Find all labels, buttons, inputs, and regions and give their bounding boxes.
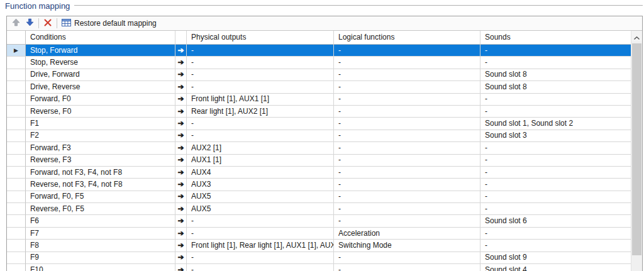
table-row[interactable]: Forward, not F3, F4, not F8 ➔ AUX4 - -	[7, 167, 631, 179]
table-row[interactable]: Forward, F3 ➔ AUX2 [1] - -	[7, 142, 631, 154]
sounds-cell[interactable]: Sound slot 4	[480, 264, 631, 271]
sounds-cell[interactable]: -	[480, 106, 631, 118]
conditions-cell[interactable]: F8	[26, 240, 175, 252]
table-row[interactable]: Reverse, F0, F5 ➔ AUX5 - -	[7, 203, 631, 215]
logical-functions-cell[interactable]: -	[334, 264, 480, 271]
physical-outputs-cell[interactable]: -	[187, 81, 334, 93]
physical-outputs-cell[interactable]: Rear light [1], AUX2 [1]	[187, 106, 334, 118]
logical-functions-cell[interactable]: -	[334, 167, 480, 179]
conditions-cell[interactable]: Stop, Reverse	[26, 57, 175, 69]
logical-functions-cell[interactable]: -	[334, 155, 480, 167]
table-row[interactable]: Forward, F0, F5 ➔ AUX5 - -	[7, 191, 631, 203]
table-row[interactable]: F8 ➔ Front light [1], Rear light [1], AU…	[7, 240, 631, 252]
conditions-cell[interactable]: Forward, F0, F5	[26, 191, 175, 203]
physical-outputs-cell[interactable]: AUX2 [1]	[187, 142, 334, 154]
row-selector-cell[interactable]	[7, 81, 26, 93]
physical-outputs-cell[interactable]: AUX1 [1]	[187, 155, 334, 167]
physical-outputs-cell[interactable]: -	[187, 45, 334, 57]
physical-outputs-cell[interactable]: -	[187, 118, 334, 130]
row-selector-cell[interactable]	[7, 215, 26, 227]
row-selector-cell[interactable]	[7, 106, 26, 118]
conditions-cell[interactable]: Forward, F0	[26, 94, 175, 106]
logical-functions-cell[interactable]: -	[334, 57, 480, 69]
physical-outputs-cell[interactable]: -	[187, 228, 334, 240]
conditions-cell[interactable]: F7	[26, 228, 175, 240]
logical-functions-cell[interactable]: -	[334, 106, 480, 118]
delete-button[interactable]	[41, 17, 55, 30]
sounds-cell[interactable]: -	[480, 57, 631, 69]
conditions-cell[interactable]: F6	[26, 215, 175, 227]
table-row[interactable]: Drive, Forward ➔ - - Sound slot 8	[7, 69, 631, 81]
row-selector-cell[interactable]	[7, 264, 26, 271]
row-selector-cell[interactable]	[7, 167, 26, 179]
logical-functions-cell[interactable]: -	[334, 118, 480, 130]
physical-outputs-cell[interactable]: -	[187, 57, 334, 69]
header-logical-functions[interactable]: Logical functions	[334, 31, 480, 45]
scrollbar-thumb[interactable]	[632, 43, 641, 255]
row-selector-cell[interactable]	[7, 240, 26, 252]
conditions-cell[interactable]: F9	[26, 252, 175, 264]
row-selector-cell[interactable]	[7, 252, 26, 264]
physical-outputs-cell[interactable]: -	[187, 215, 334, 227]
move-down-button[interactable]	[23, 17, 36, 30]
sounds-cell[interactable]: Sound slot 8	[480, 81, 631, 93]
table-row[interactable]: F7 ➔ - Acceleration -	[7, 228, 631, 240]
move-up-button[interactable]	[9, 17, 23, 30]
table-row[interactable]: F1 ➔ - - Sound slot 1, Sound slot 2	[7, 118, 631, 130]
sounds-cell[interactable]: -	[480, 228, 631, 240]
header-sounds[interactable]: Sounds	[480, 31, 631, 45]
table-row[interactable]: F6 ➔ - - Sound slot 6	[7, 215, 631, 227]
row-selector-cell[interactable]	[7, 179, 26, 191]
physical-outputs-cell[interactable]: Front light [1], AUX1 [1]	[187, 94, 334, 106]
sounds-cell[interactable]: Sound slot 3	[480, 130, 631, 142]
logical-functions-cell[interactable]: -	[334, 81, 480, 93]
row-selector-cell[interactable]: ▶	[7, 45, 26, 57]
table-row[interactable]: F9 ➔ - - Sound slot 9	[7, 252, 631, 264]
sounds-cell[interactable]: -	[480, 179, 631, 191]
logical-functions-cell[interactable]: -	[334, 142, 480, 154]
row-selector-cell[interactable]	[7, 203, 26, 215]
conditions-cell[interactable]: Reverse, F0	[26, 106, 175, 118]
sounds-cell[interactable]: -	[480, 142, 631, 154]
row-selector-cell[interactable]	[7, 118, 26, 130]
conditions-cell[interactable]: F1	[26, 118, 175, 130]
table-row[interactable]: Reverse, not F3, F4, not F8 ➔ AUX3 - -	[7, 179, 631, 191]
logical-functions-cell[interactable]: -	[334, 130, 480, 142]
logical-functions-cell[interactable]: -	[334, 252, 480, 264]
physical-outputs-cell[interactable]: -	[187, 264, 334, 271]
conditions-cell[interactable]: Reverse, F0, F5	[26, 203, 175, 215]
conditions-cell[interactable]: Drive, Reverse	[26, 81, 175, 93]
row-selector-cell[interactable]	[7, 191, 26, 203]
row-selector-cell[interactable]	[7, 130, 26, 142]
logical-functions-cell[interactable]: -	[334, 69, 480, 81]
conditions-cell[interactable]: F2	[26, 130, 175, 142]
sounds-cell[interactable]: Sound slot 6	[480, 215, 631, 227]
conditions-cell[interactable]: F10	[26, 264, 175, 271]
table-row[interactable]: Reverse, F3 ➔ AUX1 [1] - -	[7, 155, 631, 167]
logical-functions-cell[interactable]: -	[334, 45, 480, 57]
header-conditions[interactable]: Conditions	[26, 31, 175, 45]
table-row[interactable]: F10 ➔ - - Sound slot 4	[7, 264, 631, 271]
conditions-cell[interactable]: Forward, not F3, F4, not F8	[26, 167, 175, 179]
physical-outputs-cell[interactable]: AUX5	[187, 191, 334, 203]
physical-outputs-cell[interactable]: Front light [1], Rear light [1], AUX1 [1…	[187, 240, 334, 252]
table-row[interactable]: Drive, Reverse ➔ - - Sound slot 8	[7, 81, 631, 93]
table-row[interactable]: Reverse, F0 ➔ Rear light [1], AUX2 [1] -…	[7, 106, 631, 118]
physical-outputs-cell[interactable]: AUX5	[187, 203, 334, 215]
logical-functions-cell[interactable]: -	[334, 215, 480, 227]
conditions-cell[interactable]: Drive, Forward	[26, 69, 175, 81]
sounds-cell[interactable]: -	[480, 155, 631, 167]
logical-functions-cell[interactable]: Acceleration	[334, 228, 480, 240]
physical-outputs-cell[interactable]: -	[187, 130, 334, 142]
row-selector-cell[interactable]	[7, 94, 26, 106]
sounds-cell[interactable]: Sound slot 8	[480, 69, 631, 81]
row-selector-cell[interactable]	[7, 57, 26, 69]
conditions-cell[interactable]: Reverse, not F3, F4, not F8	[26, 179, 175, 191]
table-row[interactable]: F2 ➔ - - Sound slot 3	[7, 130, 631, 142]
sounds-cell[interactable]: Sound slot 1, Sound slot 2	[480, 118, 631, 130]
restore-default-mapping-button[interactable]: Restore default mapping	[59, 17, 160, 30]
row-selector-cell[interactable]	[7, 228, 26, 240]
sounds-cell[interactable]: -	[480, 94, 631, 106]
physical-outputs-cell[interactable]: -	[187, 252, 334, 264]
physical-outputs-cell[interactable]: AUX4	[187, 167, 334, 179]
